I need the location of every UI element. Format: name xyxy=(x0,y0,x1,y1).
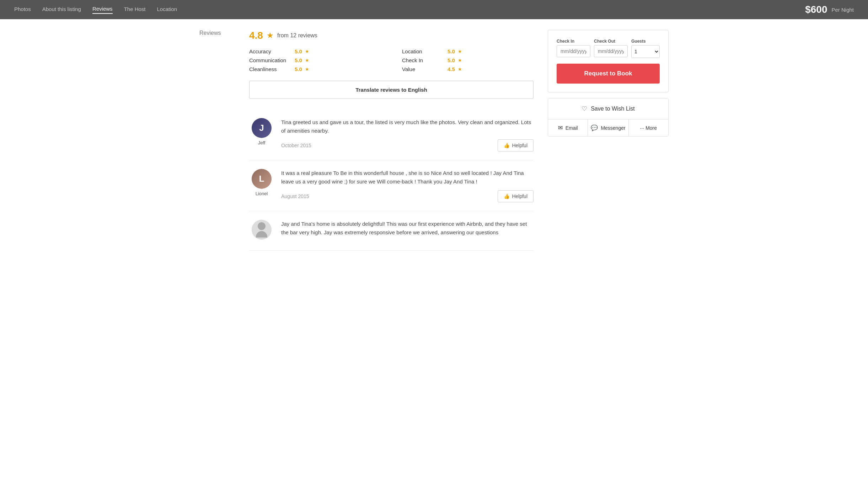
thumbs-up-icon: 👍 xyxy=(504,193,510,199)
check-in-field-group: Check In xyxy=(557,39,590,58)
helpful-label: Helpful xyxy=(512,143,527,148)
check-out-label: Check Out xyxy=(594,39,628,44)
nav-bar: PhotosAbout this listingReviewsThe HostL… xyxy=(0,0,868,19)
nav-price: $600 xyxy=(805,4,827,15)
guests-field-group: Guests 1 2 3 4 xyxy=(631,39,660,58)
rating-category-value: 5.0 xyxy=(448,57,455,63)
email-share-button[interactable]: ✉ Email xyxy=(548,119,588,136)
guests-select[interactable]: 1 2 3 4 xyxy=(631,45,660,58)
rating-category-label: Cleanliness xyxy=(249,66,292,72)
more-share-button[interactable]: ··· More xyxy=(629,119,668,136)
reviewer-info xyxy=(249,220,274,242)
guests-label: Guests xyxy=(631,39,660,44)
email-share-label: Email xyxy=(566,125,578,131)
messenger-share-button[interactable]: 💬 Messenger xyxy=(588,119,628,136)
wishlist-card: ♡ Save to Wish List ✉ Email 💬 Messenger … xyxy=(548,98,669,137)
rating-count: from 12 reviews xyxy=(277,32,317,39)
right-sidebar: Check In Check Out Guests 1 2 3 4 xyxy=(548,30,669,251)
rating-row-communication: Communication 5.0 ★ xyxy=(249,57,381,63)
check-out-field-group: Check Out xyxy=(594,39,628,58)
rating-category-star: ★ xyxy=(458,58,462,63)
rating-category-value: 5.0 xyxy=(295,57,302,63)
review-content: Tina greeted us and gave us a tour, the … xyxy=(281,118,534,151)
rating-category-star: ★ xyxy=(305,66,309,72)
check-in-label: Check In xyxy=(557,39,590,44)
review-footer: August 2015 👍 Helpful xyxy=(281,190,534,202)
rating-row-location: Location 5.0 ★ xyxy=(402,48,534,54)
reviewer-name: Lionel xyxy=(256,191,268,196)
review-content: Jay and Tina's home is absolutely deligh… xyxy=(281,220,534,242)
rating-category-label: Location xyxy=(402,48,445,54)
helpful-label: Helpful xyxy=(512,193,527,199)
check-out-input[interactable] xyxy=(594,45,628,57)
rating-category-label: Accuracy xyxy=(249,48,292,54)
rating-category-star: ★ xyxy=(458,49,462,54)
review-text: It was a real pleasure To Be in this won… xyxy=(281,169,534,186)
rating-category-value: 4.5 xyxy=(448,66,455,72)
left-content: Reviews 4.8 ★ from 12 reviews Accuracy 5… xyxy=(199,30,534,251)
review-text: Tina greeted us and gave us a tour, the … xyxy=(281,118,534,135)
reviews-list: J Jeff Tina greeted us and gave us a tou… xyxy=(249,110,534,251)
rating-category-label: Communication xyxy=(249,57,292,63)
more-share-label: ··· More xyxy=(640,125,657,131)
reviews-section-label: Reviews xyxy=(199,30,221,36)
reviewer-info: L Lionel xyxy=(249,169,274,202)
review-item: Jay and Tina's home is absolutely deligh… xyxy=(249,211,534,251)
nav-link-location[interactable]: Location xyxy=(157,6,177,14)
avatar xyxy=(252,220,272,240)
rating-category-value: 5.0 xyxy=(295,66,302,72)
reviewer-name: Jeff xyxy=(258,140,266,145)
helpful-button[interactable]: 👍 Helpful xyxy=(498,139,534,151)
person-icon xyxy=(252,220,272,240)
rating-category-star: ★ xyxy=(305,58,309,63)
check-in-input[interactable] xyxy=(557,45,590,57)
nav-link-host[interactable]: The Host xyxy=(124,6,146,14)
nav-link-reviews[interactable]: Reviews xyxy=(92,6,113,14)
translate-reviews-button[interactable]: Translate reviews to English xyxy=(249,81,534,99)
heart-icon: ♡ xyxy=(582,105,587,113)
rating-top: 4.8 ★ from 12 reviews xyxy=(249,30,534,41)
review-item: J Jeff Tina greeted us and gave us a tou… xyxy=(249,110,534,160)
nav-price-section: $600 Per Night xyxy=(805,4,854,15)
avatar: L xyxy=(252,169,272,189)
review-footer: October 2015 👍 Helpful xyxy=(281,139,534,151)
rating-summary: 4.8 ★ from 12 reviews Accuracy 5.0 ★ Loc… xyxy=(249,30,534,72)
review-text: Jay and Tina's home is absolutely deligh… xyxy=(281,220,534,237)
save-to-wishlist-button[interactable]: ♡ Save to Wish List xyxy=(548,98,668,119)
nav-links: PhotosAbout this listingReviewsThe HostL… xyxy=(14,6,805,14)
reviewer-info: J Jeff xyxy=(249,118,274,151)
review-date: August 2015 xyxy=(281,193,309,199)
rating-category-star: ★ xyxy=(305,49,309,54)
nav-link-photos[interactable]: Photos xyxy=(14,6,31,14)
rating-row-cleanliness: Cleanliness 5.0 ★ xyxy=(249,66,381,72)
review-content: It was a real pleasure To Be in this won… xyxy=(281,169,534,202)
booking-card: Check In Check Out Guests 1 2 3 4 xyxy=(548,30,669,92)
rating-category-label: Value xyxy=(402,66,445,72)
nav-link-about[interactable]: About this listing xyxy=(42,6,81,14)
request-to-book-button[interactable]: Request to Book xyxy=(557,64,660,84)
rating-categories: Accuracy 5.0 ★ Location 5.0 ★ Communicat… xyxy=(249,48,534,72)
main-container: Reviews 4.8 ★ from 12 reviews Accuracy 5… xyxy=(185,19,683,261)
rating-category-value: 5.0 xyxy=(295,48,302,54)
rating-row-value: Value 4.5 ★ xyxy=(402,66,534,72)
messenger-share-label: Messenger xyxy=(601,125,625,131)
booking-fields: Check In Check Out Guests 1 2 3 4 xyxy=(557,39,660,58)
thumbs-up-icon: 👍 xyxy=(504,143,510,148)
wishlist-btn-label: Save to Wish List xyxy=(591,106,635,112)
rating-category-star: ★ xyxy=(458,66,462,72)
review-item: L Lionel It was a real pleasure To Be in… xyxy=(249,160,534,211)
star-icon: ★ xyxy=(267,31,274,40)
nav-per-night: Per Night xyxy=(831,7,854,13)
avatar: J xyxy=(252,118,272,138)
messenger-icon: 💬 xyxy=(591,124,598,131)
share-row: ✉ Email 💬 Messenger ··· More xyxy=(548,119,668,136)
rating-category-label: Check In xyxy=(402,57,445,63)
rating-number: 4.8 xyxy=(249,30,263,41)
rating-category-value: 5.0 xyxy=(448,48,455,54)
rating-row-check-in: Check In 5.0 ★ xyxy=(402,57,534,63)
email-icon: ✉ xyxy=(558,124,563,131)
helpful-button[interactable]: 👍 Helpful xyxy=(498,190,534,202)
rating-row-accuracy: Accuracy 5.0 ★ xyxy=(249,48,381,54)
review-date: October 2015 xyxy=(281,143,311,148)
